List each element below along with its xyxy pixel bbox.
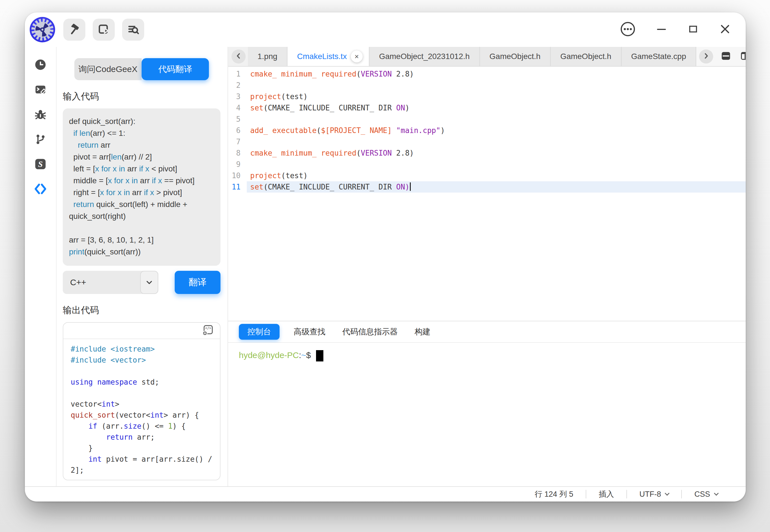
sidebar-item-debug[interactable] <box>34 108 47 121</box>
app-window: S 询问CodeGeeX代码翻译 输入代码 def quick_sort(arr… <box>25 12 746 502</box>
output-code-box: </> #include <iostream>#include <vector>… <box>63 322 221 480</box>
main-area: S 询问CodeGeeX代码翻译 输入代码 def quick_sort(arr… <box>25 47 746 486</box>
sidebar-item-s-tool[interactable]: S <box>34 158 47 171</box>
editor-line: 11set(CMAKE_ INCLUDE_ CURRENT_ DIR ON) <box>228 181 746 193</box>
chevron-down-icon <box>665 491 670 496</box>
file-tab[interactable]: 1.png <box>248 47 288 66</box>
sidebar-item-history[interactable] <box>34 59 47 72</box>
git-branch-icon <box>34 133 46 146</box>
translate-button[interactable]: 翻译 <box>175 271 221 294</box>
split-horizontal-button[interactable] <box>719 50 732 63</box>
translate-controls: C++ 翻译 <box>63 271 221 294</box>
editor-region: 1.pngCmakeLists.tx×GameObject_20231012.h… <box>228 47 746 486</box>
build-button[interactable] <box>63 19 85 41</box>
s-logo-icon: S <box>34 158 47 171</box>
bottom-tabs: 控制台高级查找代码信息指示器构建 <box>239 324 447 340</box>
file-tab[interactable]: GameObject_20231012.h <box>369 47 480 66</box>
terminal-prompt: hyde@hyde-PC:~$ <box>239 350 311 360</box>
close-button[interactable] <box>719 23 732 37</box>
bottom-panel-tab[interactable]: 控制台 <box>239 324 280 340</box>
output-box-header: </> <box>63 323 220 339</box>
more-options-icon <box>620 21 636 38</box>
sidebar-item-terminal[interactable] <box>34 84 47 97</box>
svg-text:S: S <box>38 160 43 169</box>
editor-caret <box>410 182 411 191</box>
debug-bug-icon <box>34 108 47 122</box>
maximize-button[interactable] <box>687 23 699 36</box>
terminal-prompt-line: hyde@hyde-PC:~$ <box>239 350 746 361</box>
language-select-value: C++ <box>70 278 86 287</box>
editor-line: 5 <box>228 114 746 125</box>
minimize-icon <box>655 23 668 36</box>
editor-line: 9 <box>228 159 746 170</box>
editor-line: 2 <box>228 80 746 91</box>
codegeex-panel: 询问CodeGeeX代码翻译 输入代码 def quick_sort(arr):… <box>56 47 228 486</box>
sidebar-item-codegeex[interactable] <box>34 183 47 196</box>
bottom-panel-tabbar: 控制台高级查找代码信息指示器构建 <box>228 321 746 343</box>
terminal-edit-icon <box>34 83 47 97</box>
bottom-panel-tab[interactable]: 高级查找 <box>294 326 325 337</box>
tabs-scroll-right-button[interactable] <box>699 49 713 64</box>
editor-line: 8cmake_ minimum_ required(VERSION 2.8) <box>228 147 746 159</box>
search-list-icon <box>127 23 139 36</box>
status-bar: 行 124 列 5插入UTF-8CSS <box>25 486 746 502</box>
input-code-box[interactable]: def quick_sort(arr): if len(arr) <= 1: r… <box>63 108 221 266</box>
run-button[interactable] <box>93 19 115 41</box>
editor-line: 7 <box>228 136 746 147</box>
file-tab[interactable]: GameObject.h <box>551 47 622 66</box>
status-item[interactable]: 插入 <box>586 489 627 499</box>
minimize-button[interactable] <box>655 23 668 36</box>
editor-line: 4set(CMAKE_ INCLUDE_ CURRENT_ DIR ON) <box>228 102 746 114</box>
editor-line: 1cmake_ minimum_ required(VERSION 2.8) <box>228 68 746 80</box>
chevron-down-icon <box>714 491 719 496</box>
status-item[interactable]: CSS <box>682 490 730 499</box>
output-code-content[interactable]: #include <iostream>#include <vector> usi… <box>63 339 220 480</box>
file-tab[interactable]: CmakeLists.tx× <box>288 47 369 66</box>
titlebar <box>25 12 746 47</box>
editor-line: 10project(test) <box>228 170 746 181</box>
codegeex-mode-toggle: 询问CodeGeeX代码翻译 <box>74 58 209 80</box>
editor-line: 3project(test) <box>228 91 746 102</box>
codegeex-tab[interactable]: 询问CodeGeeX <box>74 58 141 80</box>
terminal-cursor <box>316 350 323 361</box>
file-tab[interactable]: GameState.cpp <box>622 47 697 66</box>
more-options-button[interactable] <box>620 21 636 38</box>
codegeex-icon <box>34 182 47 197</box>
language-select[interactable]: C++ <box>63 271 158 294</box>
output-code-label: 输出代码 <box>63 304 221 317</box>
tab-close-icon[interactable]: × <box>351 51 363 62</box>
tabbar-controls <box>696 47 746 66</box>
split-vertical-icon <box>739 50 746 63</box>
run-preview-icon <box>97 23 110 36</box>
chevron-left-icon <box>234 51 244 62</box>
chevron-right-icon <box>701 51 711 62</box>
editor-tabbar: 1.pngCmakeLists.tx×GameObject_20231012.h… <box>228 47 746 67</box>
code-editor[interactable]: 1cmake_ minimum_ required(VERSION 2.8)23… <box>228 67 746 321</box>
file-tabs: 1.pngCmakeLists.tx×GameObject_20231012.h… <box>248 47 696 66</box>
input-code-label: 输入代码 <box>63 90 221 103</box>
hammer-icon <box>68 23 80 36</box>
search-button[interactable] <box>122 19 144 41</box>
split-horizontal-icon <box>720 50 732 63</box>
file-tab[interactable]: GameObject.h <box>480 47 551 66</box>
chevron-down-icon[interactable] <box>140 271 158 294</box>
app-logo-icon <box>29 16 56 43</box>
status-item[interactable]: UTF-8 <box>627 490 682 499</box>
activity-bar: S <box>25 47 56 486</box>
svg-text:</>: </> <box>205 326 212 330</box>
console-output[interactable]: hyde@hyde-PC:~$ <box>228 343 746 486</box>
editor-line: 6add_ executable($[PROJECT_ NAME] "main.… <box>228 125 746 136</box>
bottom-panel-tab[interactable]: 构建 <box>415 326 430 337</box>
bottom-panel-tab[interactable]: 代码信息指示器 <box>342 326 398 337</box>
sidebar-item-git[interactable] <box>34 133 47 146</box>
tabs-scroll-left-button[interactable] <box>232 49 246 64</box>
status-item[interactable]: 行 124 列 5 <box>522 489 586 499</box>
codegeex-tab[interactable]: 代码翻译 <box>141 58 209 80</box>
insert-code-icon[interactable]: </> <box>202 324 214 337</box>
maximize-icon <box>687 23 699 36</box>
close-icon <box>719 23 732 37</box>
split-vertical-button[interactable] <box>739 50 746 63</box>
history-clock-icon <box>34 59 46 72</box>
